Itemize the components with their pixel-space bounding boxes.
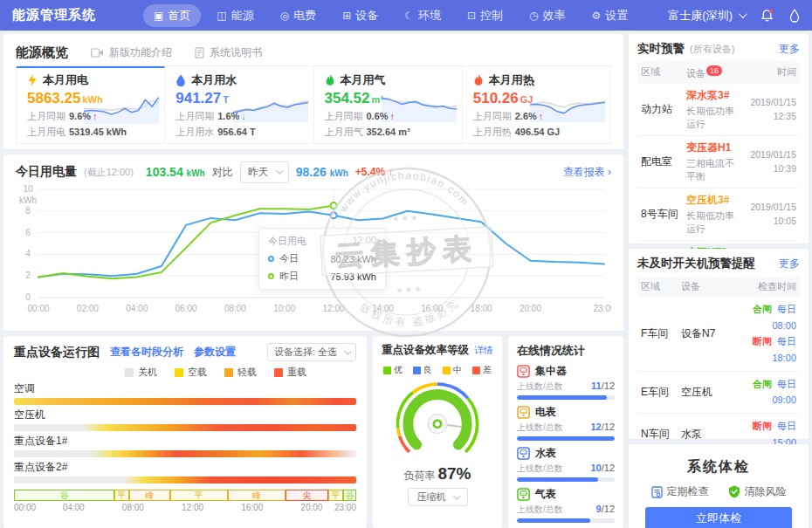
svg-text:10: 10 [23, 184, 33, 194]
series-value: 80.23 kWh [330, 254, 376, 264]
tab-new-features[interactable]: 新版功能介绍 [91, 45, 172, 60]
compare-select[interactable]: 昨天 [240, 161, 289, 183]
tenant-selector[interactable]: 富士康(深圳) [668, 8, 745, 24]
switch-alerts-more-link[interactable]: 更多 [779, 257, 800, 271]
switch-check-time: 每日 18:00 [772, 336, 796, 363]
control-icon: ⊡ [467, 10, 476, 22]
alert-count-badge: 16 [706, 65, 722, 76]
online-number: 12 [590, 422, 601, 432]
switch-device: 设备N7 [681, 326, 730, 341]
online-item-electric-meter: 电表上线数/总数12/12 [517, 405, 615, 441]
sparkline-chart [530, 91, 605, 124]
nav-item-label: 首页 [168, 8, 190, 24]
legend-item: 关机 [125, 366, 157, 379]
efficiency-detail-link[interactable]: 详情 [474, 344, 493, 357]
svg-text:18:00: 18:00 [471, 304, 492, 313]
online-items: 集中器上线数/总数11/12电表上线数/总数12/12水表上线数/总数10/12… [517, 364, 615, 523]
run-legend: 关机空载轻载重载 [75, 366, 356, 379]
legend-label: 差 [483, 364, 492, 376]
param-settings-link[interactable]: 参数设置 [194, 345, 236, 360]
feature-risk-clear: 清除风险 [728, 484, 787, 499]
stat-card-gas[interactable]: 本月用气354.52m³上月同期0.6%↑上月用气352.64 m³ [314, 66, 463, 143]
gauge-device-select[interactable]: 压缩机 [408, 488, 468, 506]
device-run-bar[interactable] [14, 398, 356, 405]
efficiency-header: 重点设备效率等级 详情 [382, 343, 493, 358]
series-dot [268, 256, 274, 262]
online-item-concentrator: 集中器上线数/总数11/12 [517, 364, 615, 400]
period-analysis-link[interactable]: 查看各时段分析 [110, 345, 183, 360]
legend-item: 轻载 [224, 366, 257, 379]
chevron-down-icon [739, 10, 747, 18]
count-label: 上线数/总数 [517, 381, 563, 393]
nav-item-environment[interactable]: ☾环境 [394, 4, 451, 27]
legend-label: 优 [394, 364, 403, 376]
svg-text:16:00: 16:00 [421, 304, 443, 313]
alert-row[interactable]: 8号车间空压机3#长期低功率运行2019/01/1510:05 [637, 189, 800, 241]
nav-item-energy[interactable]: ◫能源 [206, 4, 264, 27]
arrow-up-icon: ↑ [388, 166, 393, 178]
stat-card-electricity[interactable]: 本月用电5863.25kWh上月同期9.6%↑上月用电5319.45 kWh [17, 66, 165, 143]
tenant-name: 富士康(深圳) [668, 8, 733, 24]
alert-device-name: 深水泵3# [686, 88, 742, 103]
as-of-label: (截止12:00) [84, 166, 134, 179]
tou-tick-label: 20:00 [300, 503, 322, 512]
run-health-check-button[interactable]: 立即体检 [645, 507, 792, 528]
bolt-icon [27, 74, 38, 86]
svg-text:10:00: 10:00 [273, 304, 295, 313]
shield-check-icon [728, 485, 740, 498]
view-report-link[interactable]: 查看报表 › [563, 165, 611, 180]
stat-cards: 本月用电5863.25kWh上月同期9.6%↑上月用电5319.45 kWh本月… [16, 65, 611, 144]
online-item-name: 气表 [535, 487, 556, 502]
nav-right: 富士康(深圳) [668, 8, 800, 24]
switch-row[interactable]: E车间空压机合闸每日 09:00 [637, 372, 800, 414]
legend-swatch [383, 367, 391, 374]
tou-segment: 谷 [343, 490, 356, 501]
load-rate-gauge [382, 376, 493, 465]
prev-label: 上月用电 [27, 127, 65, 137]
col-device: 设备 [681, 280, 730, 293]
alert-time: 2019/01/1512:35 [742, 96, 796, 124]
alert-row[interactable]: 配电室变压器H1三相电流不平衡2019/01/1510:39 [637, 136, 800, 189]
chart-tooltip: 今日用电12:00 今日80.23 kWh昨日75.93 kWh [258, 228, 386, 290]
value-number: 354.52 [325, 90, 370, 106]
device-run-bar[interactable] [14, 450, 356, 457]
tab-manual[interactable]: 系统说明书 [195, 45, 262, 60]
stat-card-water[interactable]: 本月用水941.27T上月同期1.6%↓上月用水956.64 T [165, 66, 313, 143]
online-progress-fill [517, 436, 615, 441]
document-icon [195, 47, 204, 58]
col-area: 区域 [641, 280, 681, 293]
nav-item-control[interactable]: ⊡控制 [457, 4, 513, 27]
prev-row: 上月用热496.54 GJ [473, 126, 600, 139]
health-title: 系统体检 [636, 458, 802, 477]
nav-item-devices[interactable]: ⊞设备 [332, 4, 389, 27]
nav-item-efficiency[interactable]: ◷效率 [519, 4, 575, 27]
device-select[interactable]: 设备选择: 全选 [267, 343, 356, 361]
alert-description: 长期低功率运行 [686, 105, 742, 131]
today-usage-title: 今日用电量 [16, 164, 77, 180]
alert-row[interactable]: 动力站深水泵3#长期低功率运行2019/01/1512:35 [637, 84, 800, 136]
tou-segment: 尖 [286, 490, 328, 501]
energy-icon: ◫ [217, 10, 226, 22]
alerts-title: 实时预警 [637, 41, 685, 57]
legend-swatch [472, 367, 480, 374]
col-device: 设备16 [686, 65, 742, 80]
sparkline-chart [84, 93, 159, 126]
stat-card-heat[interactable]: 本月用热510.26GJ上月同期2.6%↑上月用热496.54 GJ [463, 66, 610, 143]
svg-text:8: 8 [25, 206, 31, 216]
efficiency-title: 重点设备效率等级 [382, 343, 469, 358]
value-number: 510.26 [473, 90, 519, 106]
alerts-more-link[interactable]: 更多 [779, 42, 800, 57]
chevron-down-icon [453, 492, 460, 499]
prev-row: 上月用水956.64 T [175, 126, 302, 139]
nav-item-label: 效率 [543, 8, 566, 24]
switch-row[interactable]: F车间设备N7合闸每日 08:00断闸每日 18:00 [637, 297, 800, 372]
nav-item-electricity-fee[interactable]: ◎电费 [270, 4, 327, 27]
device-run-bar[interactable] [14, 424, 356, 431]
notification-bell-icon[interactable] [760, 9, 774, 23]
nav-item-settings[interactable]: ⚙设置 [581, 4, 639, 27]
online-stats-title: 在线情况统计 [517, 343, 615, 359]
nav-item-home[interactable]: ▣首页 [143, 4, 201, 27]
drop-theme-icon[interactable] [789, 9, 800, 23]
device-run-bar[interactable] [14, 477, 356, 483]
tou-segment: 峰 [129, 490, 170, 501]
